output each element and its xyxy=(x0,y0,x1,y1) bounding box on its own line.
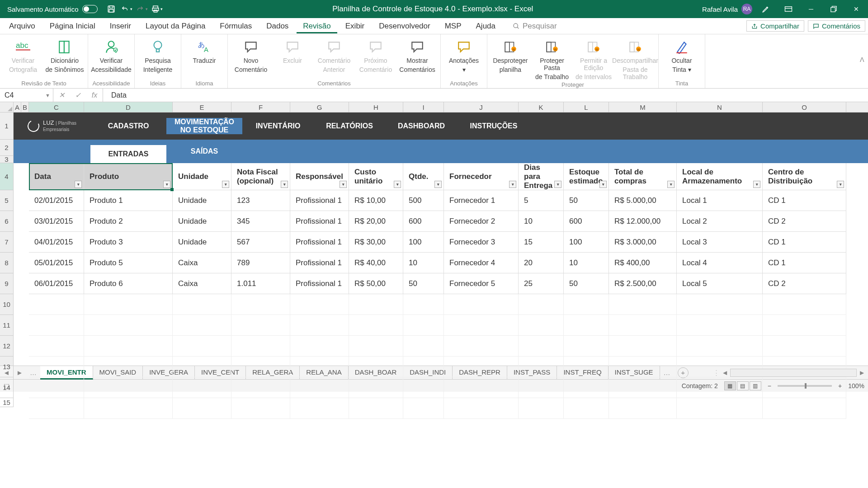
row-header-10[interactable]: 10 xyxy=(0,294,14,315)
table-cell[interactable]: 20 xyxy=(519,253,564,273)
column-header-K[interactable]: K xyxy=(519,102,564,112)
table-cell[interactable]: 100 xyxy=(564,232,609,253)
column-header-G[interactable]: G xyxy=(290,102,349,112)
ribbon-tab-arquivo[interactable]: Arquivo xyxy=(3,19,42,33)
table-cell[interactable]: Produto 5 xyxy=(84,253,173,273)
table-cell[interactable]: Unidade xyxy=(173,211,231,232)
filter-icon[interactable]: ▾ xyxy=(163,181,170,188)
table-cell[interactable]: Produto 1 xyxy=(84,190,173,211)
app-tab-cadastro[interactable]: CADASTRO xyxy=(90,122,166,130)
ribbon-tab-página-inicial[interactable]: Página Inicial xyxy=(43,19,102,33)
table-cell[interactable]: CD 1 xyxy=(763,190,846,211)
row-header-1[interactable]: 1 xyxy=(0,113,14,140)
horizontal-scrollbar[interactable] xyxy=(730,369,857,377)
select-all-button[interactable] xyxy=(0,102,14,112)
table-cell[interactable]: 50 xyxy=(564,273,609,294)
row-header-11[interactable]: 11 xyxy=(0,315,14,336)
table-cell[interactable]: 25 xyxy=(519,273,564,294)
column-header-N[interactable]: N xyxy=(677,102,763,112)
table-header-8[interactable]: Dias para Entrega▾ xyxy=(519,163,564,190)
empty-row[interactable] xyxy=(14,336,868,357)
ribbon-tab-desenvolvedor[interactable]: Desenvolvedor xyxy=(373,19,436,33)
comments-button[interactable]: Comentários xyxy=(808,20,865,32)
column-header-F[interactable]: F xyxy=(231,102,290,112)
share-button[interactable]: Compartilhar xyxy=(746,20,804,32)
record-macro-icon[interactable]: ⬚ xyxy=(4,382,9,389)
undo-icon[interactable]: ▾ xyxy=(120,3,133,15)
sheet-prev-icon[interactable]: ◄ xyxy=(3,369,10,376)
table-cell[interactable]: Profissional 1 xyxy=(290,190,349,211)
ribbon-verificar-button[interactable]: VerificarAcessibilidade xyxy=(92,36,131,73)
table-cell[interactable]: R$ 10,00 xyxy=(349,190,403,211)
column-header-E[interactable]: E xyxy=(173,102,231,112)
row-header-8[interactable]: 8 xyxy=(0,253,14,273)
table-cell[interactable]: R$ 20,00 xyxy=(349,211,403,232)
tell-me-search[interactable]: Pesquisar xyxy=(504,22,557,31)
column-header-L[interactable]: L xyxy=(564,102,609,112)
table-cell[interactable]: R$ 400,00 xyxy=(609,253,677,273)
table-cell[interactable]: 04/01/2015 xyxy=(29,232,84,253)
row-header-4[interactable]: 4 xyxy=(0,163,14,190)
table-cell[interactable]: 1.011 xyxy=(231,273,290,294)
table-cell[interactable]: 345 xyxy=(231,211,290,232)
table-cell[interactable]: Local 4 xyxy=(677,253,763,273)
redo-icon[interactable]: ▾ xyxy=(136,3,148,15)
print-icon[interactable]: ▾ xyxy=(151,3,164,15)
row-header-7[interactable]: 7 xyxy=(0,232,14,253)
app-tab-inventário[interactable]: INVENTÁRIO xyxy=(242,122,314,130)
column-header-H[interactable]: H xyxy=(349,102,403,112)
empty-row[interactable] xyxy=(14,294,868,315)
ribbon-tab-exibir[interactable]: Exibir xyxy=(339,19,371,33)
zoom-slider[interactable] xyxy=(778,385,832,387)
ribbon-mode-icon[interactable] xyxy=(779,3,797,15)
table-cell[interactable]: Profissional 1 xyxy=(290,211,349,232)
table-cell[interactable]: R$ 5.000,00 xyxy=(609,190,677,211)
row-header-3[interactable]: 3 xyxy=(0,156,14,163)
column-header-O[interactable]: O xyxy=(763,102,846,112)
filter-icon[interactable]: ▾ xyxy=(837,181,844,188)
table-header-7[interactable]: Fornecedor▾ xyxy=(444,163,519,190)
table-cell[interactable]: Produto 2 xyxy=(84,211,173,232)
ribbon-mostrar-button[interactable]: MostrarComentários xyxy=(398,36,437,73)
column-header-I[interactable]: I xyxy=(403,102,444,112)
table-header-3[interactable]: Nota Fiscal (opcional)▾ xyxy=(231,163,290,190)
empty-row[interactable] xyxy=(14,315,868,336)
table-header-5[interactable]: Custo unitário▾ xyxy=(349,163,403,190)
table-cell[interactable]: Local 1 xyxy=(677,190,763,211)
column-header-M[interactable]: M xyxy=(609,102,677,112)
table-header-0[interactable]: Data▾ xyxy=(29,163,84,190)
subtab-entradas[interactable]: ENTRADAS xyxy=(90,145,166,163)
column-header-J[interactable]: J xyxy=(444,102,519,112)
table-cell[interactable]: 789 xyxy=(231,253,290,273)
ribbon-novo-button[interactable]: NovoComentário xyxy=(231,36,270,73)
row-header-9[interactable]: 9 xyxy=(0,273,14,294)
table-cell[interactable]: 10 xyxy=(519,211,564,232)
app-tab-relatórios[interactable]: RELATÓRIOS xyxy=(314,122,385,130)
table-cell[interactable]: CD 1 xyxy=(763,253,846,273)
table-cell[interactable]: 10 xyxy=(564,253,609,273)
table-header-2[interactable]: Unidade▾ xyxy=(173,163,231,190)
table-header-1[interactable]: Produto▾ xyxy=(84,163,173,190)
filter-icon[interactable]: ▾ xyxy=(509,181,516,188)
table-header-12[interactable]: Centro de Distribuição▾ xyxy=(763,163,846,190)
column-header-C[interactable]: C xyxy=(29,102,84,112)
table-cell[interactable]: R$ 50,00 xyxy=(349,273,403,294)
table-cell[interactable]: 100 xyxy=(403,232,444,253)
minimize-button[interactable]: ─ xyxy=(802,3,820,15)
subtab-saidas[interactable]: SAÍDAS xyxy=(166,147,242,155)
save-icon[interactable] xyxy=(105,3,118,15)
table-cell[interactable]: 02/01/2015 xyxy=(29,190,84,211)
fx-icon[interactable]: fx xyxy=(92,91,97,99)
table-cell[interactable]: R$ 2.500,00 xyxy=(609,273,677,294)
filter-icon[interactable]: ▾ xyxy=(753,181,760,188)
table-cell[interactable]: CD 2 xyxy=(763,211,846,232)
ribbon-tab-layout-da-página[interactable]: Layout da Página xyxy=(139,19,212,33)
restore-button[interactable] xyxy=(825,3,843,15)
table-cell[interactable]: Fornecedor 1 xyxy=(444,190,519,211)
filter-icon[interactable]: ▾ xyxy=(667,181,675,188)
table-cell[interactable]: Fornecedor 5 xyxy=(444,273,519,294)
filter-icon[interactable]: ▾ xyxy=(281,181,288,188)
table-cell[interactable]: 5 xyxy=(519,190,564,211)
table-cell[interactable]: 06/01/2015 xyxy=(29,273,84,294)
column-header-A[interactable]: A xyxy=(14,102,21,112)
